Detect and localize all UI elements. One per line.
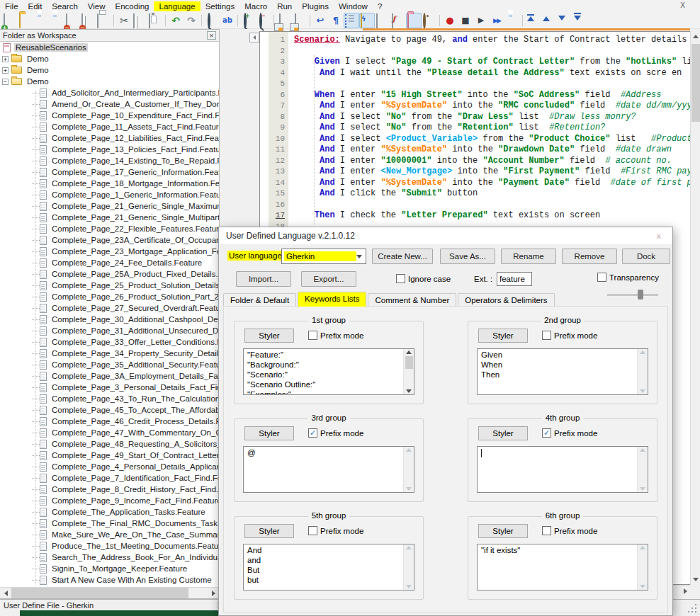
toolbar-save-button[interactable] xyxy=(33,13,49,28)
menu-item-run[interactable]: Run xyxy=(272,1,297,11)
panel-close-button[interactable]: × xyxy=(207,31,216,40)
tree-file-item[interactable]: Complete_Page_9_Income_Fact_Find.Feature xyxy=(0,495,219,506)
tree-file-item[interactable]: Complete_Page_43_To_Run_The_Calculations… xyxy=(0,393,219,404)
styler-button[interactable]: Styler xyxy=(478,329,528,343)
toolbar-nav-prev-button[interactable] xyxy=(541,13,556,28)
code-line[interactable]: And I select <Product_Variable> from the… xyxy=(294,134,690,145)
tree-file-item[interactable]: Add_Solicitor_And_Intermediary_Participa… xyxy=(0,87,219,98)
toolbar-udl-dialog-button[interactable] xyxy=(359,13,375,28)
ignore-case-checkbox[interactable]: Ignore case xyxy=(396,274,451,283)
tree-file-item[interactable]: Complete_Page_17_Generic_Information.Fea… xyxy=(0,166,219,178)
styler-button[interactable]: Styler xyxy=(244,426,294,440)
styler-button[interactable]: Styler xyxy=(244,329,294,343)
import-button[interactable]: Import... xyxy=(236,271,291,287)
tree-file-item[interactable]: Complete_Page_23A_Certificate_Of_Occupan… xyxy=(0,234,219,246)
dialog-close-button[interactable]: x xyxy=(652,231,665,241)
tree-file-item[interactable]: Complete_Page_25A_Product_Fixed_Details.… xyxy=(0,268,219,280)
scroll-left-icon[interactable] xyxy=(0,588,11,598)
toolbar-macro-play-button[interactable] xyxy=(473,13,489,28)
scroll-right-icon[interactable] xyxy=(208,588,219,598)
toolbar-show-all-characters-button[interactable] xyxy=(328,13,344,28)
tree-file-item[interactable]: Complete_Page_21_Generic_Single_Maximum_… xyxy=(0,200,219,212)
window-close-button[interactable]: X xyxy=(677,1,689,10)
tree-file-item[interactable]: Complete_Page_23_Mortgage_Application_Fo… xyxy=(0,246,219,257)
toolbar-open-folder-button[interactable] xyxy=(18,13,33,28)
listbox-scrollbar[interactable] xyxy=(403,447,414,492)
tree-file-item[interactable]: Complete_Page_48_Requesting_A_Solicitors… xyxy=(0,438,219,450)
tree-file-item[interactable]: Complete_Page_8_Credit_History_Fact_Find… xyxy=(0,484,219,495)
keywords-listbox[interactable]: Given When Then xyxy=(477,348,648,395)
keywords-listbox[interactable] xyxy=(477,446,648,493)
ext-input[interactable] xyxy=(497,272,532,286)
menu-item-item[interactable]: ? xyxy=(373,1,387,11)
toolbar-print-button[interactable] xyxy=(96,13,111,28)
keywords-text[interactable]: "if it exists" xyxy=(478,544,637,590)
scrollbar-thumb[interactable] xyxy=(11,588,188,598)
keywords-listbox[interactable]: And and But but xyxy=(243,544,414,591)
toolbar-redo-button[interactable] xyxy=(184,13,199,28)
menu-item-file[interactable]: File xyxy=(0,1,23,11)
tree-file-item[interactable]: Complete_Page_30_Additional_Cashpool_Det… xyxy=(0,314,219,325)
code-line[interactable]: And I enter "10000001" into the "Account… xyxy=(294,156,672,167)
tree-file-item[interactable]: Complete_Page_21_Generic_Single_Multipar… xyxy=(0,212,219,223)
prefix-mode-checkbox[interactable]: Prefix mode xyxy=(308,331,363,340)
code-line[interactable]: And I enter "%SystemDate" into the "Paym… xyxy=(294,178,690,189)
tree-file-item[interactable]: Complete_Page_4_Personal_Details_Applica… xyxy=(0,461,219,472)
scrollbar-thumb[interactable] xyxy=(405,356,413,369)
toolbar-paste-button[interactable] xyxy=(147,13,163,28)
tree-root-item[interactable]: ReusableScenarios xyxy=(0,42,219,53)
menu-item-window[interactable]: Window xyxy=(334,1,373,11)
scroll-down-icon[interactable] xyxy=(693,578,699,581)
menu-item-language[interactable]: Language xyxy=(154,1,200,11)
tree-file-item[interactable]: Complete_Page_35_Additional_Security.Fea… xyxy=(0,359,219,370)
keywords-listbox[interactable]: @ xyxy=(243,446,414,493)
create-new-button[interactable]: Create New... xyxy=(372,249,433,264)
menu-item-encoding[interactable]: Encoding xyxy=(111,1,154,11)
menu-item-plugins[interactable]: Plugins xyxy=(297,1,334,11)
toolbar-zoom-out-button[interactable] xyxy=(256,13,271,28)
tree-folder-2[interactable]: +Demo xyxy=(0,64,219,76)
editor-vertical-scrollbar[interactable] xyxy=(690,31,700,585)
toolbar-replace-button[interactable] xyxy=(220,13,235,28)
listbox-scrollbar[interactable] xyxy=(637,544,648,590)
tree-file-item[interactable]: Complete_Page_24_Fee_Details.Feature xyxy=(0,257,219,268)
toolbar-save-all-button[interactable] xyxy=(49,13,64,28)
styler-button[interactable]: Styler xyxy=(478,524,528,538)
toolbar-doc-monitor-button[interactable] xyxy=(422,13,437,28)
prefix-mode-checkbox[interactable]: Prefix mode xyxy=(308,526,363,535)
toolbar-zoom-in-button[interactable] xyxy=(240,13,256,28)
toolbar-macro-record-button[interactable] xyxy=(442,13,458,28)
code-line[interactable]: When I enter "15 High Street" into the "… xyxy=(294,90,662,101)
prefix-mode-checkbox[interactable]: Prefix mode xyxy=(542,331,597,340)
scroll-down-icon[interactable] xyxy=(406,487,412,491)
transparency-checkbox[interactable]: Transparency xyxy=(597,273,659,282)
tree-file-item[interactable]: Make_Sure_We_Are_On_The_Case_Summary_P xyxy=(0,529,219,540)
tree-file-item[interactable]: Complete_Page_46_Credit_Process_Details.… xyxy=(0,416,219,427)
toolbar-doc-map-button[interactable] xyxy=(375,13,390,28)
toolbar-folder-as-workspace-button[interactable] xyxy=(406,13,422,28)
scroll-right-icon[interactable] xyxy=(684,588,687,594)
keywords-text[interactable]: @ xyxy=(244,447,403,492)
scroll-up-icon[interactable] xyxy=(640,350,645,354)
toolbar-sync-horizontal-button[interactable] xyxy=(292,13,307,28)
keywords-text[interactable]: "Feature:" "Background:" "Scenario:" "Sc… xyxy=(244,349,403,394)
user-language-select[interactable]: Gherkin xyxy=(281,249,366,264)
toolbar-word-wrap-button[interactable] xyxy=(312,13,328,28)
tree-file-item[interactable]: Complete_Page_7_Identification_Fact_Find… xyxy=(0,472,219,484)
toolbar-close-doc-button[interactable] xyxy=(64,13,80,28)
menu-item-macro[interactable]: Macro xyxy=(239,1,272,11)
tree-file-item[interactable]: Complete_Page_10_Expenditure_Fact_Find.F… xyxy=(0,110,219,121)
keywords-text[interactable]: Given When Then xyxy=(478,349,637,394)
toolbar-macro-save-button[interactable] xyxy=(504,13,520,28)
toolbar-cut-button[interactable] xyxy=(116,13,132,28)
scroll-up-icon[interactable] xyxy=(693,35,699,38)
tab-keywords-lists[interactable]: Keywords Lists xyxy=(298,292,366,307)
menu-item-settings[interactable]: Settings xyxy=(201,1,240,11)
tree-file-item[interactable]: Complete_Page_26_Product_Solution_Part_2… xyxy=(0,291,219,302)
prefix-mode-checkbox[interactable]: Prefix mode xyxy=(308,428,363,438)
transparency-slider[interactable] xyxy=(607,290,658,300)
toolbar-nav-first-button[interactable] xyxy=(525,13,541,28)
scroll-down-icon[interactable] xyxy=(406,389,412,393)
code-line[interactable]: And I select "No" from the "Retention" l… xyxy=(294,122,605,134)
tree-file-item[interactable]: Complete_The_Final_RMC_Documents_Task.Fe xyxy=(0,518,219,529)
